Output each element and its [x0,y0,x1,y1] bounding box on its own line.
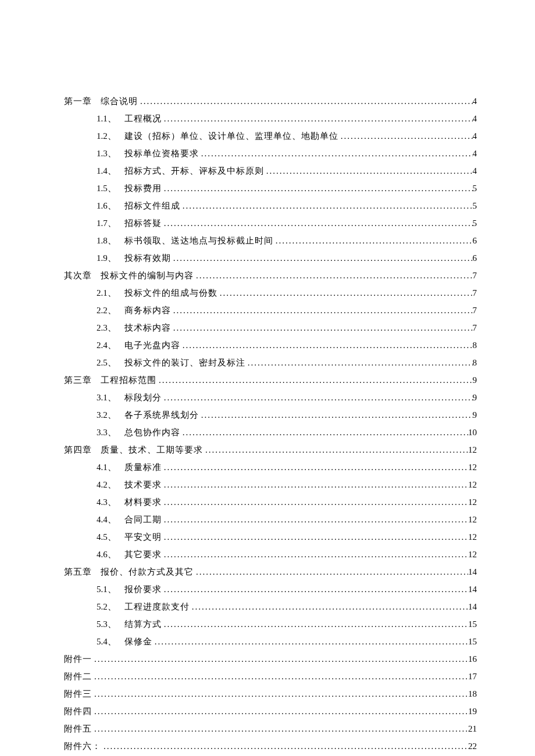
toc-leader-dots [162,619,468,629]
toc-entry: 2.3、技术标内容7 [64,323,477,334]
toc-section-title: 投标有效期 [124,253,171,264]
toc-section-number: 4.2、 [64,479,124,490]
toc-section-title: 投标费用 [124,183,162,194]
toc-leader-dots [171,306,473,316]
toc-section-number: 4.5、 [64,532,124,543]
toc-page-number: 18 [468,689,477,699]
toc-page-number: 8 [473,358,477,368]
toc-leader-dots [138,96,473,106]
toc-entry: 3.3、总包协作内容10 [64,427,477,438]
toc-leader-dots [152,637,468,647]
toc-section-title: 商务标内容 [124,305,171,316]
toc-page-number: 14 [468,567,477,577]
toc-entry: 5.4、保修金15 [64,636,477,647]
toc-entry: 附件四19 [64,706,477,717]
toc-entry: 1.6、招标文件组成5 [64,200,477,212]
toc-entry: 4.4、合同工期12 [64,514,477,525]
toc-chapter-label: 第五章 [64,567,92,578]
toc-page-number: 9 [473,375,477,385]
toc-section-number: 2.4、 [64,340,124,351]
toc-section-title: 技术标内容 [124,323,171,334]
toc-leader-dots [171,323,473,333]
toc-page-number: 14 [468,602,477,612]
toc-section-number: 1.3、 [64,148,124,159]
toc-entry: 1.5、投标费用5 [64,183,477,194]
toc-leader-dots [162,184,473,194]
toc-attachment-label: 附件三 [64,689,92,700]
toc-section-number: 5.3、 [64,619,124,630]
toc-page-number: 8 [473,341,477,350]
toc-entry: 4.2、技术要求12 [64,479,477,490]
toc-leader-dots [273,236,473,246]
toc-leader-dots [199,410,473,420]
toc-entry: 4.6、其它要求12 [64,549,477,560]
toc-section-number: 4.4、 [64,514,124,525]
toc-section-title: 标书领取、送达地点与投标截止时间 [124,235,273,246]
toc-page-number: 7 [473,306,477,316]
toc-leader-dots [92,654,468,664]
toc-leader-dots [162,463,468,472]
toc-entry: 2.5、投标文件的装订、密封及标注8 [64,357,477,368]
toc-chapter-title: 综合说明 [101,96,138,107]
toc-section-number: 1.1、 [64,113,124,124]
toc-entry: 第三章 工程招标范围9 [64,375,477,386]
toc-page-number: 10 [468,428,477,438]
toc-entry: 附件六：22 [64,741,477,752]
toc-section-number: 2.3、 [64,323,124,334]
toc-page-number: 5 [473,218,477,228]
toc-page-number: 12 [468,480,477,490]
toc-entry: 2.4、电子光盘内容8 [64,340,477,351]
toc-page-number: 22 [468,741,477,751]
toc-section-title: 建设（招标）单位、设计单位、监理单位、地勘单位 [124,131,338,142]
toc-attachment-label: 附件六： [64,741,101,752]
toc-leader-dots [162,393,473,403]
toc-leader-dots [171,253,473,263]
toc-chapter-label: 其次章 [64,270,92,281]
toc-section-title: 投标单位资格要求 [124,148,199,159]
toc-section-number: 1.2、 [64,131,124,142]
toc-entry: 附件三18 [64,689,477,700]
toc-entry: 附件二17 [64,671,477,682]
toc-attachment-label: 附件五 [64,723,92,734]
toc-leader-dots [92,672,468,682]
toc-chapter-label: 第一章 [64,96,92,107]
toc-entry: 5.3、结算方式15 [64,619,477,630]
toc-page-number: 15 [468,637,477,647]
toc-entry: 4.3、材料要求12 [64,497,477,508]
toc-leader-dots [162,497,468,507]
toc-section-number: 4.3、 [64,497,124,508]
toc-page-number: 12 [468,497,477,507]
toc-entry: 5.2、工程进度款支付14 [64,601,477,612]
toc-attachment-label: 附件一 [64,654,92,665]
toc-entry: 1.9、投标有效期6 [64,253,477,264]
toc-entry: 其次章 投标文件的编制与内容7 [64,270,477,281]
toc-page-number: 21 [468,724,477,734]
toc-section-title: 总包协作内容 [124,427,180,438]
toc-page-number: 5 [473,201,477,211]
toc-leader-dots [194,271,473,281]
toc-leader-dots [162,585,468,594]
toc-section-title: 保修金 [124,636,152,647]
toc-page-number: 14 [468,585,477,594]
toc-section-number: 1.9、 [64,253,124,264]
toc-page-number: 5 [473,184,477,194]
toc-section-number: 5.2、 [64,601,124,612]
toc-page-number: 12 [468,550,477,560]
toc-chapter-title: 质量、技术、工期等要求 [101,445,203,456]
toc-section-title: 质量标准 [124,462,162,473]
toc-section-number: 3.3、 [64,427,124,438]
toc-section-number: 3.1、 [64,392,124,403]
toc-section-number: 1.4、 [64,166,124,177]
toc-page-number: 6 [473,253,477,263]
toc-section-title: 电子光盘内容 [124,340,180,351]
toc-leader-dots [92,724,468,734]
toc-section-number: 2.2、 [64,305,124,316]
toc-page-number: 4 [473,131,477,141]
toc-section-title: 结算方式 [124,619,162,630]
toc-page-number: 6 [473,236,477,246]
toc-section-title: 投标文件的组成与份数 [124,288,217,299]
toc-entry: 第四章 质量、技术、工期等要求12 [64,445,477,456]
toc-page-number: 16 [468,654,477,664]
toc-section-number: 4.6、 [64,549,124,560]
toc-leader-dots [199,149,473,159]
